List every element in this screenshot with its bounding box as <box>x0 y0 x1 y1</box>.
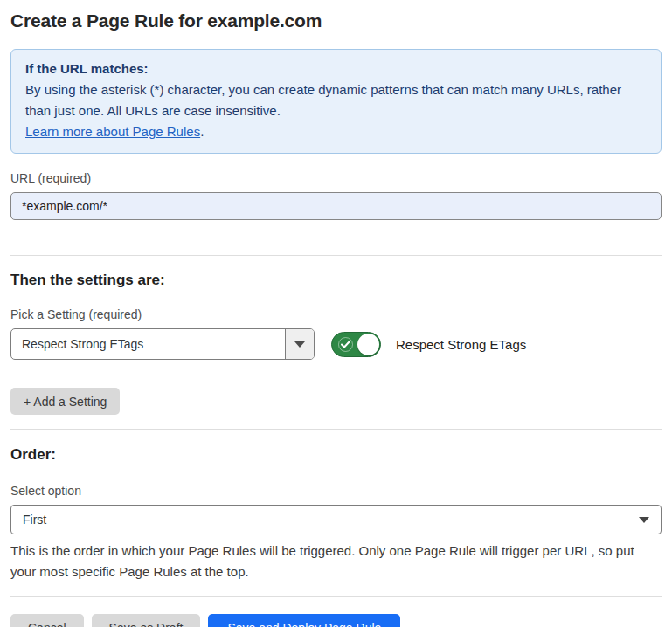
url-field-label: URL (required) <box>10 171 662 185</box>
setting-select-arrow-button[interactable] <box>285 329 314 359</box>
page-title: Create a Page Rule for example.com <box>10 10 662 31</box>
order-select-value: First <box>23 513 46 527</box>
divider <box>10 596 662 597</box>
info-box-heading: If the URL matches: <box>25 59 647 79</box>
setting-select-value: Respect Strong ETags <box>11 329 285 359</box>
pick-setting-label: Pick a Setting (required) <box>10 307 662 321</box>
settings-section-heading: Then the settings are: <box>10 272 662 289</box>
check-icon <box>338 337 353 352</box>
toggle-knob <box>357 334 379 355</box>
divider <box>10 255 662 256</box>
order-help-text: This is the order in which your Page Rul… <box>10 541 657 582</box>
save-deploy-button[interactable]: Save and Deploy Page Rule <box>208 614 400 627</box>
setting-select[interactable]: Respect Strong ETags <box>10 328 315 360</box>
order-select[interactable]: First <box>10 505 662 534</box>
footer-actions: Cancel Save as Draft Save and Deploy Pag… <box>10 614 662 627</box>
link-period: . <box>200 124 204 139</box>
info-box-body: By using the asterisk (*) character, you… <box>25 79 647 121</box>
divider <box>10 429 662 430</box>
url-input[interactable] <box>10 192 662 220</box>
settings-row: Respect Strong ETags Respect Strong ETag… <box>10 328 662 360</box>
respect-strong-etags-toggle[interactable] <box>331 332 381 357</box>
info-box-link-line: Learn more about Page Rules. <box>25 121 647 142</box>
learn-more-link[interactable]: Learn more about Page Rules <box>25 124 200 139</box>
toggle-label: Respect Strong ETags <box>396 337 526 352</box>
save-draft-button[interactable]: Save as Draft <box>92 614 201 627</box>
url-match-info-box: If the URL matches: By using the asteris… <box>10 49 662 154</box>
add-setting-button[interactable]: + Add a Setting <box>10 388 120 415</box>
order-section-heading: Order: <box>10 446 662 464</box>
order-select-label: Select option <box>10 484 662 498</box>
cancel-button[interactable]: Cancel <box>10 614 84 627</box>
chevron-down-icon <box>639 517 649 523</box>
chevron-down-icon <box>294 341 305 348</box>
